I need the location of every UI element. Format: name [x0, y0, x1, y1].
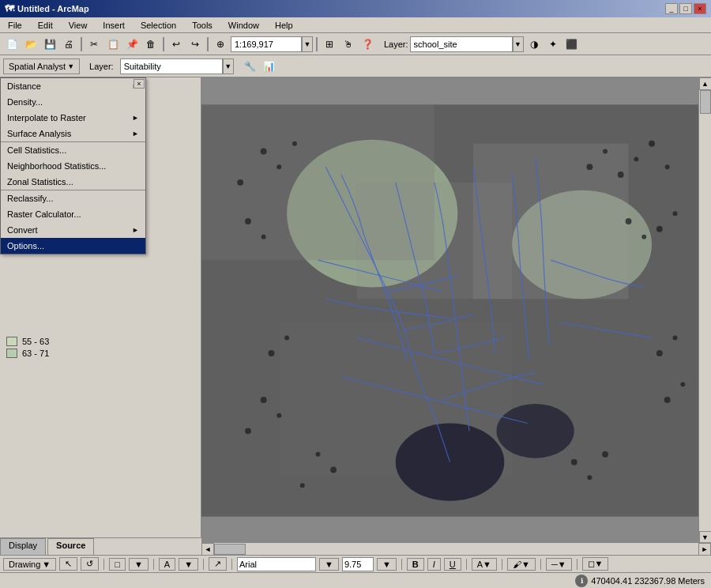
menu-view[interactable]: View — [64, 19, 92, 32]
tool-b[interactable]: 🖱 — [340, 36, 357, 53]
svg-point-18 — [649, 141, 655, 147]
brightness-button[interactable]: ✦ — [544, 36, 562, 53]
map-scrollbar-vertical: ▲ ▼ — [698, 77, 711, 544]
h-scroll-track[interactable] — [214, 543, 698, 556]
transform-tool[interactable]: ↗ — [209, 557, 227, 571]
delete-button[interactable]: 🗑 — [142, 36, 160, 53]
tool-a[interactable]: ⊞ — [321, 36, 338, 53]
dropdown-item-rastercalc[interactable]: Raster Calculator... — [1, 206, 145, 222]
text-dropdown[interactable]: ▼ — [179, 558, 198, 571]
dropdown-item-surface[interactable]: Surface Analysis ► — [1, 126, 145, 141]
layer-select-dropdown[interactable]: ▼ — [513, 36, 524, 52]
sa-tool-1[interactable]: 🔧 — [242, 58, 259, 75]
menu-edit[interactable]: Edit — [33, 19, 58, 32]
shadow-button[interactable]: ◻▼ — [582, 557, 609, 571]
scale-dropdown[interactable]: ▼ — [302, 36, 313, 52]
dropdown-item-zonal[interactable]: Zonal Statistics... — [1, 174, 145, 190]
text-tool[interactable]: A — [159, 558, 175, 571]
close-button[interactable]: × — [694, 3, 706, 14]
dropdown-item-distance[interactable]: Distance ► — [1, 78, 145, 94]
sa-layer-dropdown[interactable]: ▼ — [223, 58, 234, 74]
sa-tool-2[interactable]: 📊 — [261, 58, 278, 75]
font-size-input[interactable] — [342, 557, 374, 571]
svg-point-29 — [664, 397, 671, 403]
save-button[interactable]: 💾 — [41, 36, 58, 53]
maximize-button[interactable]: □ — [679, 3, 692, 14]
shape-tool[interactable]: □ — [109, 558, 126, 571]
drawing-button[interactable]: Drawing ▼ — [3, 558, 56, 571]
undo-button[interactable]: ↩ — [167, 36, 185, 53]
scroll-track[interactable] — [699, 90, 712, 531]
separator-4 — [316, 37, 318, 51]
bt-sep-6 — [466, 559, 467, 570]
svg-point-37 — [284, 335, 289, 340]
minimize-button[interactable]: _ — [665, 3, 678, 14]
menu-selection[interactable]: Selection — [136, 19, 181, 32]
shape-dropdown[interactable]: ▼ — [129, 558, 149, 571]
svg-point-22 — [626, 218, 632, 224]
sa-layer-select[interactable]: Suitability — [120, 58, 223, 74]
tool-c[interactable]: ❓ — [359, 36, 376, 53]
legend-area: 55 - 63 63 - 71 — [0, 330, 201, 544]
fill-color-button[interactable]: 🖌▼ — [507, 558, 536, 571]
rotate-tool[interactable]: ↺ — [81, 557, 99, 571]
svg-point-33 — [300, 483, 305, 488]
bold-button[interactable]: B — [407, 558, 424, 571]
dropdown-item-options[interactable]: Options... — [1, 238, 145, 254]
font-name-input[interactable] — [237, 557, 316, 571]
select-tool[interactable]: ↖ — [59, 557, 77, 571]
svg-point-24 — [656, 226, 663, 232]
bt-sep-2 — [153, 559, 154, 570]
svg-point-14 — [586, 164, 592, 170]
menu-insert[interactable]: Insert — [98, 19, 130, 32]
paste-button[interactable]: 📌 — [123, 36, 141, 53]
scroll-up-button[interactable]: ▲ — [699, 77, 712, 90]
svg-point-36 — [602, 451, 608, 458]
title-bar-buttons: _ □ × — [665, 3, 706, 14]
fontsize-dropdown[interactable]: ▼ — [377, 558, 397, 571]
menu-tools[interactable]: Tools — [187, 19, 217, 32]
coordinates-display: 470404.41 232367.98 Meters — [591, 576, 705, 586]
underline-button[interactable]: U — [444, 558, 461, 571]
menu-window[interactable]: Window — [224, 19, 264, 32]
contrast-button[interactable]: ◑ — [525, 36, 543, 53]
legend-swatch-0 — [6, 337, 17, 346]
open-button[interactable]: 📂 — [22, 36, 40, 53]
dropdown-item-convert[interactable]: Convert ► — [1, 222, 145, 238]
bt-sep-3 — [203, 559, 204, 570]
main-area: × Distance ► Density... Interpolate to R… — [0, 77, 711, 544]
cut-button[interactable]: ✂ — [85, 36, 103, 53]
select-button[interactable]: ⊕ — [212, 36, 229, 53]
tab-source[interactable]: Source — [47, 538, 94, 555]
scroll-thumb[interactable] — [700, 90, 711, 114]
layer-select[interactable]: school_site — [410, 36, 513, 52]
h-scroll-thumb[interactable] — [214, 544, 246, 555]
print-button[interactable]: 🖨 — [60, 36, 77, 53]
dropdown-item-neighborhood[interactable]: Neighborhood Statistics... — [1, 158, 145, 174]
dropdown-item-density[interactable]: Density... — [1, 94, 145, 110]
legend-label-0: 55 - 63 — [22, 337, 49, 346]
line-color-button[interactable]: ─▼ — [546, 558, 572, 571]
dropdown-item-cellstats[interactable]: Cell Statistics... — [1, 141, 145, 158]
menu-file[interactable]: File — [3, 19, 27, 32]
tab-display[interactable]: Display — [0, 538, 46, 555]
italic-button[interactable]: I — [427, 558, 441, 571]
separator-2 — [163, 37, 164, 51]
panel-tabs: Display Source — [0, 537, 201, 555]
left-panel: × Distance ► Density... Interpolate to R… — [0, 77, 201, 544]
new-button[interactable]: 📄 — [3, 36, 21, 53]
font-color-button[interactable]: A▼ — [472, 558, 497, 571]
map-image — [201, 77, 698, 544]
menu-close-button[interactable]: × — [134, 79, 145, 89]
redo-button[interactable]: ↪ — [186, 36, 204, 53]
spatial-analyst-button[interactable]: Spatial Analyst ▼ — [3, 58, 80, 74]
scroll-left-button[interactable]: ◄ — [201, 543, 214, 556]
copy-button[interactable]: 📋 — [104, 36, 122, 53]
map-svg — [201, 77, 698, 544]
dropdown-item-interpolate[interactable]: Interpolate to Raster ► — [1, 110, 145, 126]
menu-help[interactable]: Help — [270, 19, 298, 32]
scroll-right-button[interactable]: ► — [698, 543, 711, 556]
stretch-button[interactable]: ⬛ — [563, 36, 581, 53]
font-dropdown[interactable]: ▼ — [319, 558, 339, 571]
dropdown-item-reclassify[interactable]: Reclassify... — [1, 190, 145, 206]
